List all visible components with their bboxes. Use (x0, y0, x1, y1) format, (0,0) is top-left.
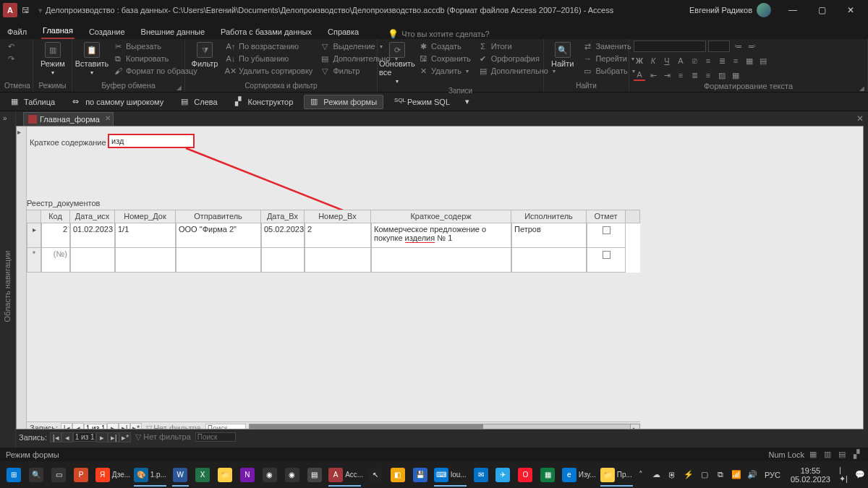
gpu-icon[interactable]: ▢ (699, 470, 710, 480)
save-record-button[interactable]: 🖫Сохранить (417, 53, 472, 64)
recnav-last[interactable]: ▸| (108, 432, 119, 442)
row-selector[interactable] (27, 223, 41, 248)
align-center-button[interactable]: ≣ (716, 55, 728, 67)
taskbar-taskview[interactable]: ▭ (48, 463, 70, 487)
cell-data-ish[interactable]: 01.02.2023 (70, 223, 115, 248)
tab-database-tools[interactable]: Работа с базами данных (219, 25, 313, 39)
save-icon[interactable]: 🖫 (22, 6, 30, 14)
form-record-selector[interactable]: ▸ (17, 127, 27, 429)
cell-empty[interactable] (115, 248, 176, 273)
tray-chevron-icon[interactable]: ˄ (636, 470, 646, 480)
taskbar-save[interactable]: 💾 (409, 463, 431, 487)
taskbar-access[interactable]: AAcc... (326, 463, 364, 487)
cell-empty[interactable] (70, 248, 115, 273)
recnav-search[interactable] (205, 424, 246, 430)
delete-record-button[interactable]: ✕Удалить▾ (417, 65, 472, 77)
clock[interactable]: 19:55 05.02.2023 (788, 466, 833, 484)
taskbar-search[interactable]: 🔍 (25, 463, 48, 487)
undo-button[interactable]: ↶ (4, 40, 17, 52)
taskbar-powerpoint[interactable]: P (70, 463, 93, 487)
taskbar-word[interactable]: W (169, 463, 192, 487)
cell-otmet-new[interactable] (587, 248, 626, 273)
align-button[interactable]: ≡ (675, 69, 686, 81)
taskbar-explorer2[interactable]: 📁Пр... (597, 463, 636, 487)
numbering-icon[interactable]: ≕ (746, 40, 757, 52)
indent-dec-button[interactable]: ⇤ (647, 69, 659, 81)
dialog-launcher-icon[interactable]: ◢ (859, 85, 864, 92)
table-row-new[interactable]: (№) (27, 248, 640, 273)
recnav-new[interactable]: ▸* (130, 423, 142, 429)
recnav-first[interactable]: |◂ (61, 423, 72, 429)
doc-tab-mainform[interactable]: Главная_форма ✕ (23, 112, 114, 126)
select-button[interactable]: ▭Выбрать▾ (581, 65, 636, 77)
taskbar-planner[interactable]: ▦ (537, 463, 559, 487)
gridlines-button[interactable]: ▤ (757, 55, 769, 67)
form-view-icon[interactable]: ▥ (822, 450, 833, 460)
paste-button[interactable]: 📋 Вставить ▾ (77, 40, 107, 77)
sort-asc-button[interactable]: A↑По возрастанию (224, 40, 314, 52)
replace-button[interactable]: ⇄Заменить (581, 40, 636, 52)
doc-close-button[interactable]: ✕ (856, 114, 864, 124)
find-button[interactable]: 🔍 Найти (548, 40, 576, 69)
col-data-ish[interactable]: Дата_исх (70, 210, 115, 223)
col-data-vh[interactable]: Дата_Вх (261, 210, 305, 223)
col-kratkoe[interactable]: Краткое_содерж (371, 210, 511, 223)
align-button-2[interactable]: ≣ (689, 69, 700, 81)
onedrive-icon[interactable]: ☁ (652, 470, 662, 480)
taskbar-opera[interactable]: O (514, 463, 537, 487)
tab-home[interactable]: Главная (41, 23, 75, 39)
cell-otprav[interactable]: ООО "Фирма 2" (176, 223, 261, 248)
col-kod[interactable]: Код (41, 210, 70, 223)
recnav-first[interactable]: |◂ (50, 432, 61, 442)
shading-button[interactable]: ▨ (716, 69, 728, 81)
language-indicator[interactable]: РУС (763, 471, 782, 479)
tray-app-1-icon[interactable]: |✦| (839, 470, 849, 480)
taskbar-explorer[interactable]: 📁 (214, 463, 237, 487)
cell-data-vh[interactable]: 05.02.2023 (261, 223, 305, 248)
new-record-button[interactable]: ✱Создать (417, 40, 472, 52)
power-icon[interactable]: ⚡ (684, 470, 694, 480)
recnav-prev[interactable]: ◂ (61, 432, 73, 442)
view-formview[interactable]: ▥Режим формы (304, 95, 383, 109)
taskbar-obs2[interactable]: ◉ (281, 463, 303, 487)
checkbox[interactable] (603, 226, 610, 234)
recnav-last[interactable]: ▸| (119, 423, 130, 429)
taskbar-obs[interactable]: ◉ (258, 463, 281, 487)
cell-empty[interactable] (511, 248, 587, 273)
tell-me-search[interactable]: 💡 Что вы хотите сделать? (388, 29, 490, 39)
taskbar-paint[interactable]: 🎨1.p... (131, 463, 169, 487)
alt-row-button[interactable]: ▦ (730, 69, 741, 81)
goto-button[interactable]: →Перейти▾ (581, 53, 636, 64)
fontsize-select[interactable] (708, 40, 730, 52)
italic-button[interactable]: К (647, 55, 659, 67)
view-mode-button[interactable]: ▥ Режим ▾ (38, 40, 68, 77)
align-left-button[interactable]: ≡ (702, 55, 714, 67)
taskbar-chrome[interactable]: ◧ (386, 463, 409, 487)
sort-desc-button[interactable]: A↓По убыванию (224, 53, 314, 64)
col-otmet[interactable]: Отмет (587, 210, 626, 223)
notifications-icon[interactable]: 💬 (855, 470, 865, 480)
cell-empty[interactable] (371, 248, 511, 273)
view-datasheet[interactable]: ▦Таблица (4, 95, 61, 109)
maximize-button[interactable]: ▢ (807, 1, 836, 20)
fill-color-button[interactable]: ▦ (744, 55, 755, 67)
cell-nomer-vh[interactable]: 2 (305, 223, 371, 248)
view-left[interactable]: ▤Слева (174, 95, 224, 109)
taskbar-start[interactable]: ⊞ (3, 463, 25, 487)
tab-external-data[interactable]: Внешние данные (140, 25, 206, 39)
design-view-icon[interactable]: ▞ (851, 450, 862, 460)
header-record-selector[interactable] (27, 210, 41, 223)
recnav-filter-status[interactable]: ▽Нет фильтра (146, 424, 201, 430)
table-row[interactable]: 2 01.02.2023 1/1 ООО "Фирма 2" 05.02.202… (27, 223, 640, 248)
taskbar-excel[interactable]: X (192, 463, 214, 487)
col-nomer-dok[interactable]: Номер_Док (115, 210, 176, 223)
checkbox[interactable] (603, 251, 610, 259)
view-sql[interactable]: SQLРежим SQL (388, 95, 456, 109)
layout-view-icon[interactable]: ▤ (836, 450, 848, 460)
taskbar-edge[interactable]: eИзу... (559, 463, 597, 487)
volume-icon[interactable]: 🔊 (747, 470, 757, 480)
recnav-prev[interactable]: ◂ (72, 423, 84, 429)
dialog-launcher-icon[interactable]: ◢ (176, 84, 182, 91)
network-icon[interactable]: ⧉ (715, 470, 726, 480)
recnav-filter-status[interactable]: ▽ Нет фильтра (135, 432, 191, 442)
